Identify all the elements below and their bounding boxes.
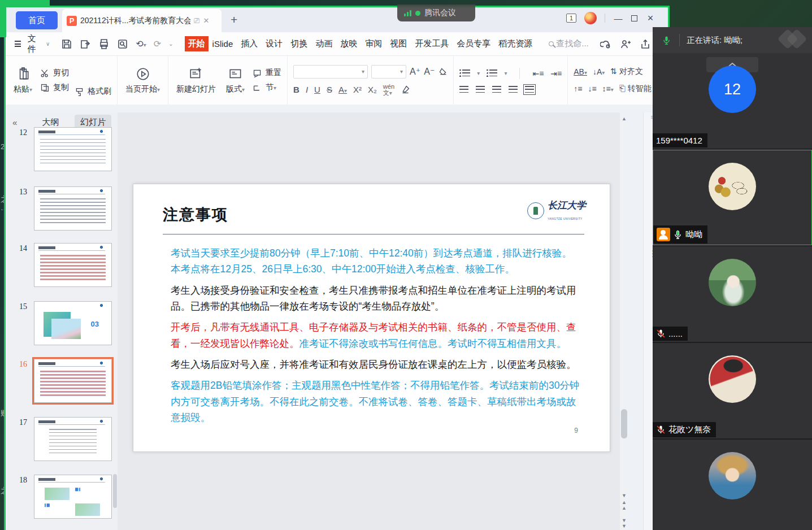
ribbon-tab-slideshow[interactable]: 放映	[336, 36, 361, 51]
university-logo: 长江大学 YANGTZE UNIVERSITY	[527, 199, 586, 222]
justify-button[interactable]	[509, 86, 518, 93]
bullet-list-button[interactable]	[459, 69, 470, 77]
print-preview-icon[interactable]	[117, 38, 128, 50]
ribbon-tab-review[interactable]: 审阅	[361, 36, 386, 51]
participant-tile[interactable]: 12 159****0412	[653, 53, 812, 149]
align-right-button[interactable]	[492, 86, 501, 93]
superscript-button[interactable]: X²	[353, 85, 362, 94]
slide-thumbnail-13[interactable]	[34, 186, 112, 231]
close-button[interactable]: ×	[645, 12, 655, 24]
align-text-button[interactable]: ⇅ 对齐文	[610, 67, 643, 77]
save-icon[interactable]	[61, 38, 72, 50]
redo-icon[interactable]: ⟳	[154, 38, 161, 49]
font-name-combobox[interactable]: ▾	[293, 65, 368, 79]
participant-tile[interactable]: ......	[653, 246, 812, 342]
participant-tile[interactable]: 花敗ツ無奈	[653, 343, 812, 438]
close-tab-icon[interactable]: ✕	[203, 16, 209, 25]
canvas-scrollbar-thumb[interactable]	[621, 409, 627, 438]
highlight-color-button[interactable]	[401, 85, 410, 94]
previous-slide-button[interactable]: ▲▲	[620, 499, 628, 511]
strikethrough-button[interactable]: S	[327, 85, 332, 94]
canvas-scrollbar[interactable]: ▲ ▼ ▲▲ ▼▼	[620, 112, 628, 530]
ribbon-tab-devtools[interactable]: 开发工具	[411, 36, 453, 51]
ribbon-tab-docer[interactable]: 稻壳资源	[494, 36, 536, 51]
ribbon-tab-islide[interactable]: iSlide	[209, 37, 237, 51]
line-spacing-remove-button[interactable]: ↓≡	[588, 84, 596, 93]
more-chevron-icon[interactable]: ⌄	[168, 41, 173, 47]
user-avatar[interactable]	[584, 12, 597, 24]
ribbon-tab-design[interactable]: 设计	[262, 36, 286, 51]
scroll-down-arrow[interactable]: ▼	[620, 493, 628, 498]
sidebar-scrollbar-thumb[interactable]	[113, 474, 117, 508]
slide-thumbnail-16-selected[interactable]	[34, 359, 112, 403]
font-size-combobox[interactable]: ▾	[371, 65, 406, 79]
format-painter-button[interactable]: 格式刷	[75, 86, 111, 97]
find-command-box[interactable]: 查找命...	[549, 38, 589, 49]
line-spacing-button[interactable]: ↕≡▾	[602, 84, 614, 93]
ribbon-tab-transition[interactable]: 切换	[286, 36, 311, 51]
clear-format-icon[interactable]	[438, 67, 448, 76]
underline-button[interactable]: U	[314, 85, 320, 94]
text-direction-button[interactable]: ↓A▾	[593, 67, 605, 76]
ribbon-tab-view[interactable]: 视图	[386, 36, 411, 51]
ribbon-tab-member[interactable]: 会员专享	[453, 36, 494, 51]
participant-tile-active-speaker[interactable]: 呦呦	[653, 150, 812, 245]
new-slide-button[interactable]: 新建幻灯片	[174, 67, 218, 94]
meeting-status-pill[interactable]: 腾讯会议	[397, 5, 475, 21]
undo-icon[interactable]: ⟲▾	[136, 38, 146, 49]
copy-button[interactable]: 复制	[40, 82, 69, 93]
slide-thumbnail-18[interactable]: █▌▌ ▌█▌	[34, 475, 112, 519]
ribbon-tab-home[interactable]: 开始	[185, 36, 209, 51]
cast-icon[interactable]: ⎚	[194, 16, 199, 25]
paste-button[interactable]: 粘贴▾	[11, 67, 34, 94]
avatar: 12	[709, 66, 756, 113]
file-menu[interactable]: 文件	[28, 33, 39, 55]
share-icon[interactable]	[640, 38, 651, 50]
print-icon[interactable]	[98, 38, 110, 50]
next-slide-button[interactable]: ▼▼	[620, 518, 628, 529]
hamburger-icon[interactable]	[15, 41, 21, 47]
current-slide[interactable]: 注意事项 长江大学 YANGTZE UNIVERSITY 考试当天要求至少提前8…	[133, 184, 610, 452]
slide-thumbnail-17[interactable]	[34, 417, 112, 461]
char-spacing-button[interactable]: AB▾	[574, 67, 587, 76]
window-list-button[interactable]: 1	[566, 14, 576, 23]
participant-tile[interactable]: henry	[653, 440, 812, 530]
collapse-panel-button[interactable]: «	[12, 118, 17, 127]
decrease-font-icon[interactable]: A⁻	[424, 66, 435, 77]
line-spacing-add-button[interactable]: ↑≡	[574, 84, 582, 93]
minimize-button[interactable]: —	[613, 14, 623, 23]
convert-smart-button[interactable]: ⎗ 转智能	[619, 84, 652, 94]
slide-thumbnail-15[interactable]: 03	[34, 301, 112, 345]
increase-font-icon[interactable]: A⁺	[410, 66, 420, 77]
maximize-button[interactable]	[631, 15, 637, 21]
align-left-button[interactable]	[459, 86, 468, 93]
cloud-sync-icon[interactable]	[600, 38, 611, 50]
tab-document[interactable]: P 202112计科...考试考前教育大会 ⎚ ✕	[62, 9, 222, 32]
numbered-list-button[interactable]	[487, 69, 497, 77]
reset-button[interactable]: 重置	[253, 68, 281, 78]
section-button[interactable]: 节▾	[253, 82, 281, 93]
slide-thumbnail-12[interactable]	[34, 127, 112, 171]
invite-user-icon[interactable]	[620, 38, 631, 50]
bold-button[interactable]: B	[293, 85, 299, 94]
phonetic-guide-button[interactable]: wén文▾	[383, 84, 394, 96]
play-from-current-button[interactable]: 当页开始▾	[123, 67, 162, 94]
ribbon-tab-animation[interactable]: 动画	[311, 36, 336, 51]
tab-home[interactable]: 首页	[16, 11, 58, 29]
increase-indent-button[interactable]: ⇥≡	[550, 69, 562, 78]
distribute-button[interactable]	[525, 86, 534, 93]
slide-thumbnail-14[interactable]	[34, 243, 112, 287]
layout-button[interactable]: 版式▾	[224, 67, 247, 94]
scroll-up-arrow[interactable]: ▲	[620, 116, 628, 121]
cut-button[interactable]: 剪切	[40, 68, 69, 78]
subscript-button[interactable]: X₂	[368, 85, 377, 94]
slide-number-selected: 16	[12, 360, 27, 369]
new-tab-button[interactable]: +	[231, 13, 237, 27]
italic-button[interactable]: I	[306, 85, 308, 94]
align-center-button[interactable]	[476, 86, 485, 93]
export-icon[interactable]	[80, 38, 91, 50]
paragraph-cheating: 开考后，凡带有无线通讯工具、电子存储器及与考试相关的书籍、纸条的，不管是否使用、…	[171, 319, 580, 351]
ribbon-tab-insert[interactable]: 插入	[237, 36, 262, 51]
font-color-button[interactable]: A▾	[338, 85, 347, 94]
decrease-indent-button[interactable]: ⇤≡	[532, 69, 544, 78]
